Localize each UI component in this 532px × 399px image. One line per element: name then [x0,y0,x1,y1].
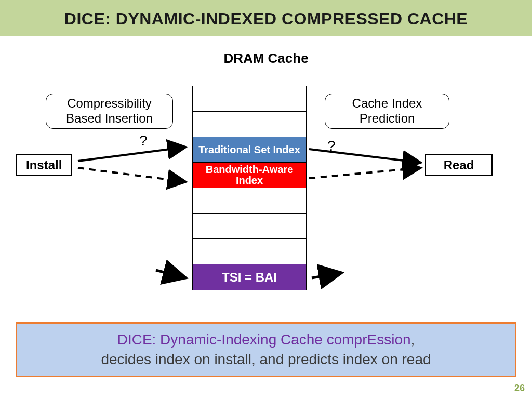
dram-cache-label: DRAM Cache [0,50,532,66]
callout-purple: DICE: Dynamic-Indexing Cache comprEssion [117,331,411,348]
arrow-tsi-right [312,273,342,278]
callout-comma: , [411,331,415,348]
footer-callout: DICE: Dynamic-Indexing Cache comprEssion… [16,322,516,377]
slide-title: DICE: DYNAMIC-INDEXED COMPRESSED CACHE [0,9,532,29]
arrow-trad-read [309,149,421,163]
page-number: 26 [514,383,525,394]
diagram-area: Compressibility Based Insertion Cache In… [0,86,532,304]
callout-line2: decides index on install, and predicts i… [101,351,431,367]
arrow-install-bw [78,168,186,182]
arrow-install-trad [78,147,186,161]
arrow-bw-read [309,168,421,178]
arrow-layer [0,86,532,304]
title-bar: DICE: DYNAMIC-INDEXED COMPRESSED CACHE [0,0,532,36]
arrow-tsi-left [156,270,186,278]
